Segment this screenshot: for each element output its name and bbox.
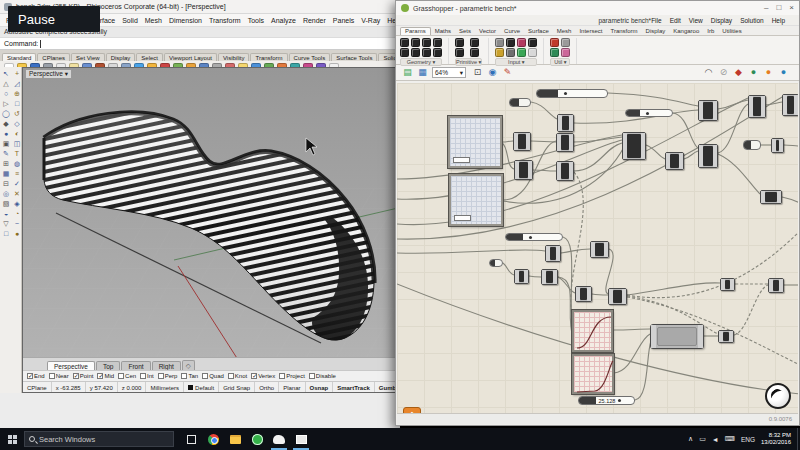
- sidebar-tool-icon-18[interactable]: ⊞: [1, 159, 11, 168]
- sidebar-tool-icon-33[interactable]: ●: [12, 229, 22, 238]
- slider-handle[interactable]: [618, 399, 621, 402]
- taskbar-app-recorder[interactable]: [246, 428, 268, 450]
- status-cplane[interactable]: CPlane: [23, 382, 52, 392]
- osnap-checkbox-end[interactable]: ✓: [27, 373, 33, 379]
- menu-item-tools[interactable]: Tools: [248, 17, 264, 24]
- language-indicator[interactable]: ENG: [741, 436, 755, 443]
- component-node-12[interactable]: [698, 144, 718, 168]
- toolbar-tab-viewport-layout[interactable]: Viewport Layout: [164, 53, 217, 61]
- sidebar-tool-icon-16[interactable]: ✎: [1, 149, 11, 158]
- output-ports[interactable]: [524, 270, 528, 283]
- component-icon-util-2[interactable]: [561, 38, 570, 47]
- osnap-checkbox-int[interactable]: [140, 373, 146, 379]
- output-ports[interactable]: [794, 95, 798, 115]
- sidebar-tool-icon-17[interactable]: T: [12, 149, 22, 158]
- osnap-quad[interactable]: Quad: [202, 373, 224, 379]
- component-icon-input-7[interactable]: [528, 48, 537, 57]
- sidebar-tool-icon-26[interactable]: ▧: [1, 199, 11, 208]
- toolbar-tab-visibility[interactable]: Visibility: [218, 53, 250, 61]
- osnap-cen[interactable]: Cen: [118, 373, 136, 379]
- component-icon-geometry-2[interactable]: [411, 38, 420, 47]
- component-icon-util-3[interactable]: [561, 48, 570, 57]
- component-node-32[interactable]: [768, 278, 784, 293]
- osnap-checkbox-near[interactable]: [49, 373, 55, 379]
- osnap-checkbox-quad[interactable]: [202, 373, 208, 379]
- output-ports[interactable]: [779, 139, 783, 152]
- toolbar-tab-set-view[interactable]: Set View: [71, 53, 105, 61]
- sidebar-tool-icon-25[interactable]: ✕: [12, 189, 22, 198]
- component-icon-geometry-1[interactable]: [400, 48, 409, 57]
- graph-mapper-node-28[interactable]: [572, 354, 614, 394]
- gh-tab-transform[interactable]: Transform: [606, 28, 641, 35]
- component-icon-geometry-0[interactable]: [400, 38, 409, 47]
- osnap-int[interactable]: Int: [140, 373, 154, 379]
- component-node-30[interactable]: [718, 330, 734, 343]
- group-label-util[interactable]: Util ▾: [550, 58, 570, 66]
- component-icon-primitive-1[interactable]: [455, 48, 464, 57]
- menu-item-panels[interactable]: Panels: [333, 17, 354, 24]
- component-node-23[interactable]: [514, 269, 529, 284]
- gh-menu-edit[interactable]: Edit: [670, 17, 681, 24]
- component-node-15[interactable]: [782, 94, 798, 116]
- sidebar-tool-icon-21[interactable]: ≡: [12, 169, 22, 178]
- output-ports[interactable]: [556, 246, 560, 261]
- open-file-icon[interactable]: ▤: [402, 67, 413, 78]
- output-ports[interactable]: [761, 96, 765, 117]
- component-node-26[interactable]: [608, 288, 627, 305]
- taskbar-app-chrome[interactable]: [202, 428, 224, 450]
- osnap-checkbox-knot[interactable]: [228, 373, 234, 379]
- gh-tab-irb[interactable]: Irb: [703, 28, 718, 35]
- status-pane-osnap[interactable]: Osnap: [306, 382, 334, 392]
- sidebar-tool-icon-23[interactable]: ✓: [12, 179, 22, 188]
- group-label-input[interactable]: Input ▾: [495, 58, 537, 66]
- perspective-viewport[interactable]: Perspective ▾: [22, 67, 400, 393]
- viewport-title-label[interactable]: Perspective ▾: [25, 69, 72, 79]
- output-ports[interactable]: [713, 101, 717, 120]
- output-ports[interactable]: [777, 191, 781, 203]
- component-node-7[interactable]: [556, 161, 574, 181]
- slider-handle[interactable]: [529, 236, 532, 239]
- viewport-tab-perspective[interactable]: Perspective: [47, 361, 95, 370]
- osnap-project[interactable]: Project: [279, 373, 305, 379]
- gh-tab-maths[interactable]: Maths: [431, 28, 455, 35]
- slider-handle[interactable]: [564, 92, 567, 95]
- output-ports[interactable]: [604, 242, 608, 257]
- sidebar-tool-icon-1[interactable]: +: [12, 69, 22, 78]
- grasshopper-canvas[interactable]: 25.128◆: [397, 83, 798, 416]
- number-slider-node-33[interactable]: 25.128: [578, 396, 635, 405]
- toolbar-tab-cplanes[interactable]: CPlanes: [37, 53, 70, 61]
- sidebar-tool-icon-19[interactable]: ◍: [12, 159, 22, 168]
- volume-icon[interactable]: ◄: [712, 436, 719, 443]
- toolbar-tab-transform[interactable]: Transform: [250, 53, 287, 61]
- gh-menu-help[interactable]: Help: [772, 17, 785, 24]
- status-pane-ortho[interactable]: Ortho: [255, 382, 279, 392]
- component-node-14[interactable]: [748, 95, 766, 118]
- gh-tab-params[interactable]: Params: [400, 27, 431, 35]
- save-file-icon[interactable]: ▦: [417, 67, 428, 78]
- clock[interactable]: 8:32 PM 13/02/2016: [761, 432, 791, 446]
- gh-tab-surface[interactable]: Surface: [524, 28, 553, 35]
- status-millimeters[interactable]: Millimeters: [146, 382, 184, 392]
- menu-item-v-ray[interactable]: V-Ray: [361, 17, 380, 24]
- sidebar-tool-icon-10[interactable]: ◆: [1, 119, 11, 128]
- status-default[interactable]: Default: [184, 382, 219, 392]
- taskbar-app-grasshopper[interactable]: [290, 428, 312, 450]
- sidebar-tool-icon-24[interactable]: ◎: [1, 189, 11, 198]
- component-node-13[interactable]: [698, 100, 718, 121]
- osnap-checkbox-tan[interactable]: [181, 373, 187, 379]
- osnap-end[interactable]: ✓End: [27, 373, 45, 379]
- touch-keyboard-icon[interactable]: ⌨: [725, 435, 735, 443]
- menu-item-mesh[interactable]: Mesh: [145, 17, 162, 24]
- preview-full-icon[interactable]: ●: [778, 67, 789, 78]
- sidebar-tool-icon-12[interactable]: ●: [1, 129, 11, 138]
- output-ports[interactable]: [779, 279, 783, 292]
- zoom-extents-icon[interactable]: ⊡: [472, 67, 483, 78]
- gh-tab-kangaroo[interactable]: Kangaroo: [669, 28, 703, 35]
- menu-item-dimension[interactable]: Dimension: [169, 17, 202, 24]
- menu-item-analyze[interactable]: Analyze: [271, 17, 296, 24]
- viewport-add-tab[interactable]: ◇: [182, 360, 195, 370]
- taskbar-app-task-view[interactable]: [180, 428, 202, 450]
- gh-menu-file[interactable]: File: [651, 17, 661, 24]
- output-ports[interactable]: [528, 161, 532, 179]
- component-node-8[interactable]: [557, 114, 574, 132]
